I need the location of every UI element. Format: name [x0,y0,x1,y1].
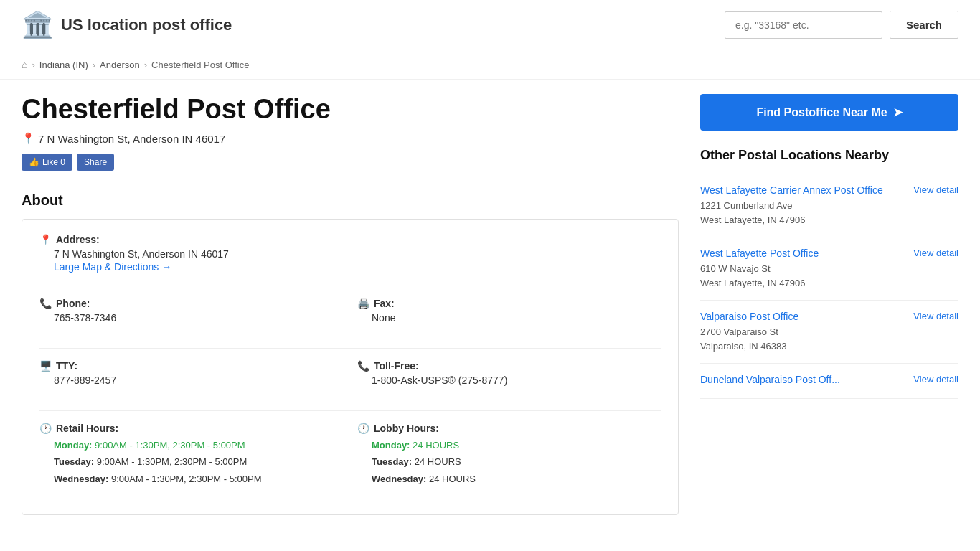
phone-fax-grid: 📞 Phone: 765-378-7346 🖨️ Fax: None [39,298,661,336]
page-title: Chesterfield Post Office [22,94,679,125]
lobby-hours-entry: Tuesday: 24 HOURS [372,453,661,470]
clock-icon-2: 🕐 [357,423,369,434]
hours-entry: Wednesday: 9:00AM - 1:30PM, 2:30PM - 5:0… [54,471,343,487]
hours-entry: Tuesday: 9:00AM - 1:30PM, 2:30PM - 5:00P… [54,453,343,470]
lobby-hours-time: 24 HOURS [415,456,461,467]
nearby-info: Duneland Valparaiso Post Off... [700,374,840,388]
lobby-hours-entry: Wednesday: 24 HOURS [372,471,661,487]
nearby-address: 1221 Cumberland AveWest Lafayette, IN 47… [700,199,883,227]
nearby-name-link[interactable]: Valparaiso Post Office [700,311,798,322]
address-icon: 📍 [39,234,52,245]
location-arrow-icon: ➤ [893,105,903,119]
lobby-hours-day: Wednesday: [372,474,429,484]
breadcrumb-city[interactable]: Anderson [100,60,140,70]
breadcrumb-current: Chesterfield Post Office [151,60,249,70]
nearby-title: Other Postal Locations Nearby [700,148,958,163]
nearby-name-link[interactable]: West Lafayette Post Office [700,248,819,259]
lobby-hours-time: 24 HOURS [429,474,476,484]
search-area: Search [725,11,958,39]
clock-icon: 🕐 [39,423,52,434]
address-label: 📍 Address: [39,234,661,245]
tollfree-icon: 📞 [357,360,369,372]
header: 🏛️ US location post office Search [0,0,980,50]
search-input[interactable] [725,11,882,39]
home-icon[interactable]: ⌂ [22,59,27,70]
tty-icon: 🖥️ [39,360,52,372]
nearby-view-detail-link[interactable]: View detail [913,248,958,258]
fax-row: 🖨️ Fax: None [357,298,661,336]
page-address: 📍 7 N Washington St, Anderson IN 46017 [22,132,679,145]
lobby-hours-day: Tuesday: [372,456,415,467]
hours-time: 9:00AM - 1:30PM, 2:30PM - 5:00PM [111,474,262,484]
nearby-view-detail-link[interactable]: View detail [913,311,958,321]
nearby-info: West Lafayette Post Office610 W Navajo S… [700,248,819,290]
nearby-info: Valparaiso Post Office2700 Valparaiso St… [700,311,798,353]
retail-hours-list: Monday: 9:00AM - 1:30PM, 2:30PM - 5:00PM… [39,437,343,487]
tty-tollfree-grid: 🖥️ TTY: 877-889-2457 📞 Toll-Free: 1-800-… [39,360,661,399]
site-title: US location post office [61,16,232,34]
fb-icon: 👍 [29,157,39,167]
find-postoffice-button[interactable]: Find Postoffice Near Me ➤ [700,94,958,131]
nearby-list: West Lafayette Carrier Annex Post Office… [700,174,958,399]
breadcrumb: ⌂ › Indiana (IN) › Anderson › Chesterfie… [0,50,980,80]
nearby-item: Valparaiso Post Office2700 Valparaiso St… [700,301,958,364]
nearby-name-link[interactable]: West Lafayette Carrier Annex Post Office [700,184,883,196]
phone-value: 765-378-7346 [39,312,343,324]
fax-value: None [357,312,661,324]
tty-value: 877-889-2457 [39,375,343,386]
nearby-view-detail-link[interactable]: View detail [913,184,958,195]
breadcrumb-state[interactable]: Indiana (IN) [39,60,88,70]
map-link[interactable]: Large Map & Directions → [39,261,171,273]
address-row: 📍 Address: 7 N Washington St, Anderson I… [39,234,661,273]
lobby-hours-time: 24 HOURS [413,440,459,451]
hours-time: 9:00AM - 1:30PM, 2:30PM - 5:00PM [95,440,245,451]
tollfree-value: 1-800-Ask-USPS® (275-8777) [357,375,661,386]
logo: 🏛️ US location post office [22,12,725,38]
nearby-address: 610 W Navajo StWest Lafayette, IN 47906 [700,262,819,290]
address-text: 7 N Washington St, Anderson IN 46017 [38,133,225,145]
social-buttons: 👍 Like 0 Share [22,154,679,171]
hours-entry: Monday: 9:00AM - 1:30PM, 2:30PM - 5:00PM [54,437,343,453]
pin-icon: 📍 [22,132,35,145]
main-content: Chesterfield Post Office 📍 7 N Washingto… [22,94,679,515]
hours-time: 9:00AM - 1:30PM, 2:30PM - 5:00PM [97,456,248,467]
lobby-hours-entry: Monday: 24 HOURS [372,437,661,453]
hours-day: Monday: [54,440,95,451]
retail-hours-row: 🕐 Retail Hours: Monday: 9:00AM - 1:30PM,… [39,423,343,487]
phone-row: 📞 Phone: 765-378-7346 [39,298,343,324]
nearby-info: West Lafayette Carrier Annex Post Office… [700,184,883,227]
about-title: About [22,192,679,209]
lobby-hours-day: Monday: [372,440,413,451]
nearby-name-link[interactable]: Duneland Valparaiso Post Off... [700,374,840,385]
phone-icon: 📞 [39,298,52,309]
search-button[interactable]: Search [890,11,958,39]
fax-icon: 🖨️ [357,298,369,309]
nearby-address: 2700 Valparaiso StValparaiso, IN 46383 [700,325,798,353]
nearby-view-detail-link[interactable]: View detail [913,374,958,385]
fb-like-button[interactable]: 👍 Like 0 [22,154,72,171]
lobby-hours-list: Monday: 24 HOURSTuesday: 24 HOURSWednesd… [357,437,661,487]
main-container: Chesterfield Post Office 📍 7 N Washingto… [0,80,980,529]
hours-day: Wednesday: [54,474,111,484]
logo-icon: 🏛️ [22,12,54,38]
address-value: 7 N Washington St, Anderson IN 46017 [39,248,661,260]
nearby-item: West Lafayette Carrier Annex Post Office… [700,174,958,237]
nearby-item: West Lafayette Post Office610 W Navajo S… [700,237,958,301]
tollfree-row: 📞 Toll-Free: 1-800-Ask-USPS® (275-8777) [357,360,661,399]
lobby-hours-row: 🕐 Lobby Hours: Monday: 24 HOURSTuesday: … [357,423,661,500]
hours-grid: 🕐 Retail Hours: Monday: 9:00AM - 1:30PM,… [39,423,661,500]
info-card: 📍 Address: 7 N Washington St, Anderson I… [22,219,679,515]
nearby-item: Duneland Valparaiso Post Off...View deta… [700,364,958,399]
fb-share-button[interactable]: Share [77,154,114,171]
tty-row: 🖥️ TTY: 877-889-2457 [39,360,343,386]
hours-day: Tuesday: [54,456,97,467]
sidebar: Find Postoffice Near Me ➤ Other Postal L… [700,94,958,515]
